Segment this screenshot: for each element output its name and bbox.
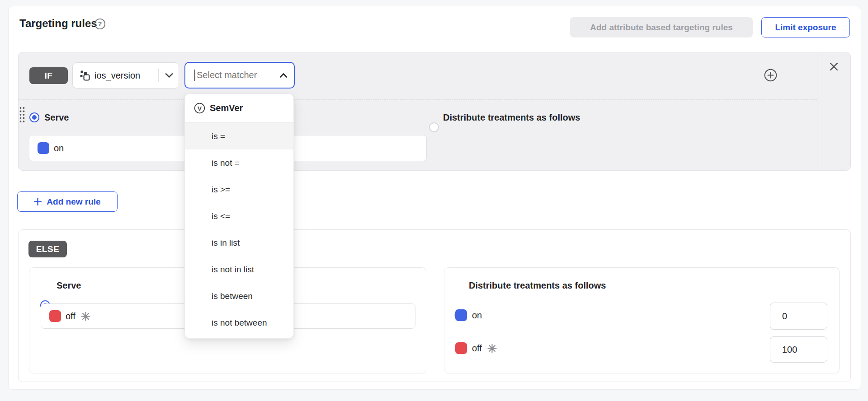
matcher-dropdown: V SemVer is = is not = is >= is <= is in… <box>184 93 294 339</box>
treatment-on-swatch <box>455 309 467 321</box>
matcher-option[interactable]: is in list <box>185 229 293 256</box>
else-distribute-label: Distribute treatments as follows <box>469 280 606 291</box>
svg-text:?: ? <box>98 20 102 28</box>
matcher-option[interactable]: is = <box>185 123 293 149</box>
distribution-percent-input-off[interactable] <box>770 336 827 363</box>
add-new-rule-button[interactable]: Add new rule <box>17 191 118 212</box>
else-treatment-value: off <box>66 311 75 322</box>
limit-exposure-button[interactable]: Limit exposure <box>761 17 850 37</box>
matcher-combobox[interactable] <box>184 62 295 89</box>
plus-icon <box>34 198 42 205</box>
matcher-option[interactable]: is <= <box>185 203 293 229</box>
if-close-column-divider <box>817 52 817 170</box>
matcher-option[interactable]: is not in list <box>185 256 293 283</box>
if-header-divider <box>19 99 817 100</box>
text-cursor <box>194 70 195 81</box>
add-condition-icon[interactable] <box>764 69 777 82</box>
chevron-up-icon <box>279 73 288 78</box>
page-title: Targeting rules <box>19 17 97 30</box>
attribute-icon <box>80 70 90 81</box>
if-distribute-radio[interactable] <box>429 122 439 132</box>
treatment-off-swatch <box>49 310 61 322</box>
add-attribute-rules-button[interactable]: Add attribute based targeting rules <box>570 17 753 37</box>
if-distribute-label: Distribute treatments as follows <box>443 112 580 123</box>
matcher-option[interactable]: is not = <box>185 149 293 176</box>
treatment-off-swatch <box>455 342 467 354</box>
matcher-group-label: SemVer <box>210 103 243 113</box>
attribute-select-value: ios_version <box>94 70 158 81</box>
else-serve-label: Serve <box>57 280 81 291</box>
distribution-treatment-name: off <box>472 343 482 354</box>
matcher-input[interactable] <box>197 70 279 80</box>
if-keyword-badge: IF <box>29 67 68 84</box>
matcher-group-header: V SemVer <box>185 94 293 123</box>
drag-handle[interactable] <box>19 106 25 123</box>
default-treatment-asterisk-icon <box>487 344 497 353</box>
matcher-option[interactable]: is >= <box>185 176 293 203</box>
targeting-rules-page: Targeting rules ? Add attribute based ta… <box>0 0 868 401</box>
matcher-option[interactable]: is between <box>185 283 293 309</box>
default-treatment-asterisk-icon <box>81 312 90 321</box>
help-icon[interactable]: ? <box>94 18 106 30</box>
distribution-percent-input-on[interactable] <box>770 303 827 330</box>
if-treatment-value: on <box>54 143 64 154</box>
add-new-rule-label: Add new rule <box>47 197 100 207</box>
distribution-row-on: on <box>455 309 482 321</box>
else-keyword-badge: ELSE <box>28 241 67 257</box>
distribution-treatment-name: on <box>472 310 482 321</box>
attribute-select-divider <box>158 69 159 82</box>
if-serve-label: Serve <box>44 112 69 123</box>
if-serve-radio[interactable] <box>29 112 39 122</box>
treatment-on-swatch <box>38 142 49 154</box>
close-icon[interactable] <box>829 61 839 72</box>
matcher-option[interactable]: is not between <box>185 309 293 336</box>
attribute-select[interactable]: ios_version <box>72 62 179 89</box>
svg-text:V: V <box>198 105 202 112</box>
semver-icon: V <box>194 103 205 114</box>
chevron-down-icon <box>165 73 173 78</box>
distribution-row-off: off <box>455 342 497 354</box>
